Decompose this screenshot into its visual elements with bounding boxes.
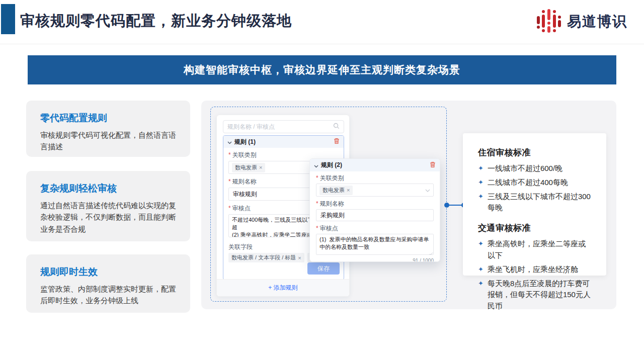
category-label: *关联类别 [316, 174, 434, 182]
select-chevron-icon[interactable] [425, 186, 430, 195]
star-bullet-icon: ✦ [478, 278, 484, 312]
add-rule-button[interactable]: + 添加规则 [268, 284, 297, 292]
banner-text: 构建智能审核中枢，审核边界延伸至主观判断类复杂场景 [184, 63, 460, 77]
star-bullet-icon: ✦ [478, 177, 484, 189]
section-banner: 构建智能审核中枢，审核边界延伸至主观判断类复杂场景 [28, 55, 616, 84]
rule-name-input[interactable] [316, 209, 434, 221]
field-tag: 数电发票 / 文本字段 / 标题× [228, 253, 304, 262]
rule-2-body: *关联类别 数电发票× *规则名称 *审核点 (1) 发票中的物品名称及数量应与… [310, 171, 440, 262]
rule-2-header[interactable]: 规则 (2) [310, 159, 440, 171]
star-bullet-icon: ✦ [478, 163, 484, 174]
audit-standards-card: 住宿审核标准 ✦一线城市不超过600/晚 ✦二线城市不超过400每晚 ✦三线及三… [463, 133, 606, 276]
required-icon: * [228, 151, 231, 158]
feature-title: 复杂规则轻松审核 [40, 182, 176, 195]
chevron-down-icon[interactable] [314, 161, 318, 170]
required-icon: * [228, 178, 231, 185]
save-button[interactable]: 保存 [307, 262, 340, 275]
feature-desc: 通过自然语言描述传统代码难以实现的复杂校验逻辑，不仅判断数据，而且能判断业务是否… [40, 200, 176, 235]
rule-1-title: 规则 (1) [234, 138, 331, 146]
list-item: ✦每天晚8点后至凌晨的打车费可报销，但每天不得超过150元人民币 [478, 278, 591, 312]
section-title: 交通审核标准 [478, 222, 591, 234]
rule-1-header[interactable]: 规则 (1) [223, 136, 344, 148]
title-accent-bar [1, 4, 15, 34]
tag-close-icon[interactable]: × [259, 164, 262, 170]
audit-point-textarea[interactable]: (1) 发票中的物品名称及数量应与采购申请单中的名称及数量一致 [316, 234, 434, 255]
tag-close-icon[interactable]: × [347, 187, 350, 193]
list-item: ✦乘坐飞机时，应乘坐经济舱 [478, 264, 591, 276]
logo-dots-icon [536, 8, 562, 36]
section-title: 住宿审核标准 [478, 147, 591, 158]
rule-2-popup: 规则 (2) *关联类别 数电发票× *规则名称 *审核点 (1) 发票中的物品… [309, 158, 440, 262]
required-icon: * [316, 174, 318, 182]
category-select[interactable]: 数电发票× [316, 184, 434, 197]
trash-icon[interactable] [430, 161, 436, 170]
company-logo: 易道博识 [536, 8, 627, 36]
header: 审核规则零代码配置，新业务分钟级落地 易道博识 [0, 0, 644, 44]
rule-search-input[interactable] [227, 123, 333, 130]
feature-card-instant-effect: 规则即时生效 监管政策、内部制度调整实时更新，配置后即时生效，业务分钟级上线 [26, 254, 190, 313]
rule-name-label: *规则名称 [316, 200, 434, 208]
category-tag: 数电发票× [319, 186, 353, 195]
list-item: ✦二线城市不超过400每晚 [478, 177, 591, 189]
feature-card-zero-code: 零代码配置规则 审核规则零代码可视化配置，自然语言语言描述 [26, 101, 190, 157]
search-icon[interactable] [333, 122, 340, 131]
rule-2-title: 规则 (2) [321, 161, 427, 169]
star-bullet-icon: ✦ [478, 264, 484, 276]
rule-search-box[interactable] [223, 120, 344, 133]
lodging-standards-section: 住宿审核标准 ✦一线城市不超过600/晚 ✦二线城市不超过400每晚 ✦三线及三… [478, 147, 591, 214]
char-counter: 91 / 1000 [316, 258, 434, 262]
required-icon: * [316, 200, 318, 207]
required-icon: * [228, 205, 231, 212]
required-icon: * [316, 225, 318, 232]
list-item: ✦乘坐高铁时，应乘坐二等座或以下 [478, 238, 591, 261]
feature-desc: 监管政策、内部制度调整实时更新，配置后即时生效，业务分钟级上线 [40, 283, 176, 307]
connector-dot-left [444, 203, 449, 208]
audit-point-textarea-wrap: (1) 发票中的物品名称及数量应与采购申请单中的名称及数量一致 [316, 234, 434, 257]
star-bullet-icon: ✦ [478, 191, 484, 214]
feature-desc: 审核规则零代码可视化配置，自然语言语言描述 [40, 129, 176, 153]
transport-standards-section: 交通审核标准 ✦乘坐高铁时，应乘坐二等座或以下 ✦乘坐飞机时，应乘坐经济舱 ✦每… [478, 222, 591, 312]
feature-card-complex-rules: 复杂规则轻松审核 通过自然语言描述传统代码难以实现的复杂校验逻辑，不仅判断数据，… [26, 171, 190, 241]
star-bullet-icon: ✦ [478, 238, 484, 261]
list-item: ✦三线及三线以下城市不超过300每晚 [478, 191, 591, 214]
logo-text: 易道博识 [567, 12, 627, 31]
feature-title: 零代码配置规则 [40, 112, 176, 125]
chevron-down-icon[interactable] [227, 137, 232, 146]
tag-close-icon[interactable]: × [298, 255, 301, 261]
slide: 审核规则零代码配置，新业务分钟级落地 易道博识 [0, 0, 644, 362]
page-title: 审核规则零代码配置，新业务分钟级落地 [20, 11, 292, 31]
category-tag: 数电发票× [232, 163, 265, 172]
feature-title: 规则即时生效 [40, 265, 176, 279]
audit-point-label: *审核点 [316, 225, 434, 232]
trash-icon[interactable] [334, 137, 340, 146]
list-item: ✦一线城市不超过600/晚 [478, 163, 591, 174]
category-label: *关联类别 [228, 151, 339, 159]
form-footer: + 添加规则 [217, 279, 349, 296]
